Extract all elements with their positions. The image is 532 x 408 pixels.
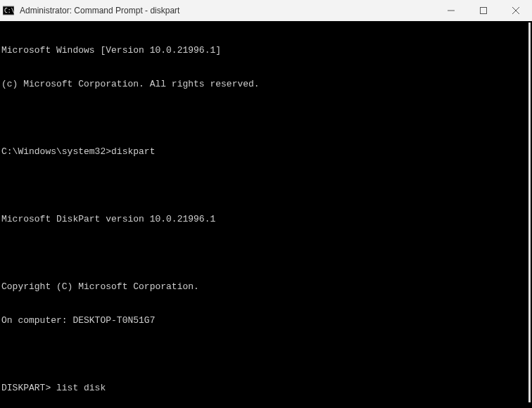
command-text: diskpart (111, 146, 155, 158)
scrollbar[interactable] (528, 23, 531, 402)
output-line: Microsoft DiskPart version 10.0.21996.1 (1, 214, 531, 225)
output-line: Microsoft Windows [Version 10.0.21996.1] (1, 45, 531, 56)
command-prompt-window: C:\ Administrator: Command Prompt - disk… (0, 0, 532, 408)
svg-rect-3 (481, 8, 487, 14)
command-text: list disk (56, 383, 106, 394)
window-controls (435, 0, 532, 21)
cmd-icon: C:\ (3, 5, 14, 16)
blank-line (1, 113, 531, 124)
output-line: (c) Microsoft Corporation. All rights re… (1, 79, 531, 90)
blank-line (1, 180, 531, 191)
minimize-button[interactable] (435, 0, 467, 21)
svg-text:C:\: C:\ (4, 8, 14, 14)
output-line: Copyright (C) Microsoft Corporation. (1, 281, 531, 293)
maximize-button[interactable] (467, 0, 500, 21)
close-button[interactable] (500, 0, 532, 21)
prompt: C:\Windows\system32> (1, 146, 111, 158)
console-area[interactable]: Microsoft Windows [Version 10.0.21996.1]… (0, 21, 532, 408)
blank-line (1, 248, 531, 259)
prompt-line: DISKPART> list disk (1, 383, 531, 394)
prompt-line: C:\Windows\system32>diskpart (1, 146, 531, 158)
output-line: On computer: DESKTOP-T0N51G7 (1, 315, 531, 326)
titlebar[interactable]: C:\ Administrator: Command Prompt - disk… (0, 0, 532, 21)
prompt: DISKPART> (1, 383, 56, 394)
blank-line (1, 349, 531, 360)
window-title: Administrator: Command Prompt - diskpart (20, 6, 435, 15)
